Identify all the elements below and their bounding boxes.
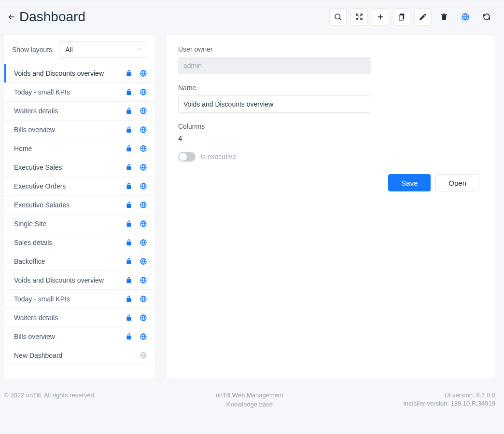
layout-item-label: Waiters details xyxy=(14,314,125,322)
layout-item-label: Sales details xyxy=(14,239,125,246)
layout-item[interactable]: Today - small KPIs xyxy=(4,290,155,309)
layout-item-icons xyxy=(125,88,147,96)
layout-item[interactable]: Today - small KPIs xyxy=(4,83,155,102)
layout-item[interactable]: Waiters details xyxy=(4,309,155,327)
globe-icon xyxy=(140,333,147,340)
add-button[interactable] xyxy=(372,8,389,26)
footer-copyright: © 2022 unTill. All rights reserved. xyxy=(4,392,96,399)
lock-icon xyxy=(125,182,133,190)
layout-item-label: Today - small KPIs xyxy=(14,295,125,303)
main-panel: User owner Name Columns 4 Is executive S… xyxy=(165,34,495,379)
open-button[interactable]: Open xyxy=(435,174,479,191)
copy-button[interactable] xyxy=(393,8,410,26)
layout-item[interactable]: Executive Sales xyxy=(4,158,155,177)
lock-icon xyxy=(125,126,133,134)
layout-item-icons xyxy=(125,258,147,265)
layout-list[interactable]: Voids and Discounts overviewToday - smal… xyxy=(4,64,155,379)
search-icon xyxy=(334,13,342,21)
layout-item-icons xyxy=(125,126,147,134)
layout-item-icons xyxy=(125,201,147,209)
layout-item[interactable]: Home xyxy=(4,139,155,158)
layout-item-icons xyxy=(125,163,147,171)
pencil-icon xyxy=(419,13,427,21)
layout-item-label: Executive Orders xyxy=(14,182,125,190)
fullscreen-button[interactable] xyxy=(350,8,368,26)
globe-icon xyxy=(140,239,147,246)
globe-button[interactable] xyxy=(457,8,474,26)
layout-item-label: New Dashboard xyxy=(14,352,140,359)
layout-item[interactable]: Executive Orders xyxy=(4,177,155,196)
trash-icon xyxy=(440,13,448,21)
layout-item[interactable]: Voids and Discounts overview xyxy=(4,271,155,290)
layout-item-icons xyxy=(125,239,147,246)
layout-item-label: Executive Sales xyxy=(14,163,125,171)
lock-icon xyxy=(125,69,133,77)
layout-item-label: Bills overview xyxy=(14,126,125,134)
save-button[interactable]: Save xyxy=(388,174,431,191)
is-executive-toggle[interactable] xyxy=(178,152,196,162)
footer-kb-link[interactable]: Knowledge base xyxy=(96,401,403,408)
globe-icon xyxy=(140,295,147,303)
lock-icon xyxy=(125,295,133,303)
toolbar xyxy=(329,8,495,26)
svg-line-1 xyxy=(339,18,341,20)
lock-icon xyxy=(125,333,133,340)
globe-icon xyxy=(140,182,147,190)
layout-item-label: Backoffice xyxy=(14,258,125,265)
layout-item-icons xyxy=(125,333,147,340)
refresh-button[interactable] xyxy=(478,8,495,26)
refresh-icon xyxy=(482,13,491,21)
layout-item-icons xyxy=(125,314,147,322)
svg-point-0 xyxy=(335,14,340,19)
name-input[interactable] xyxy=(178,95,371,113)
layout-item-icons xyxy=(125,182,147,190)
filter-select[interactable]: All xyxy=(59,41,147,58)
back-arrow-icon[interactable] xyxy=(7,12,16,22)
lock-icon xyxy=(125,201,133,209)
globe-icon xyxy=(140,276,147,284)
lock-icon xyxy=(125,258,133,265)
globe-icon xyxy=(140,145,147,152)
columns-value: 4 xyxy=(178,134,371,142)
lock-icon xyxy=(125,107,133,115)
layout-item[interactable]: Executive Salaries xyxy=(4,196,155,215)
globe-icon xyxy=(140,69,147,77)
layout-item[interactable]: Sales details xyxy=(4,233,155,252)
layout-item[interactable]: Waiters details xyxy=(4,102,155,121)
is-executive-label: Is executive xyxy=(200,153,236,161)
layout-item[interactable]: New Dashboard xyxy=(4,346,155,365)
columns-label: Columns xyxy=(178,122,371,130)
layout-item[interactable]: Backoffice xyxy=(4,252,155,271)
search-button[interactable] xyxy=(329,8,347,26)
globe-icon xyxy=(140,163,147,171)
delete-button[interactable] xyxy=(435,8,453,26)
layout-item-label: Executive Salaries xyxy=(14,201,125,209)
layout-item[interactable]: Bills overview xyxy=(4,327,155,346)
plus-icon xyxy=(376,13,385,21)
layout-item[interactable]: Single Site xyxy=(4,215,155,233)
layout-item-label: Waiters details xyxy=(14,107,125,115)
name-label: Name xyxy=(178,84,371,92)
globe-icon xyxy=(140,126,147,134)
fullscreen-icon xyxy=(355,13,364,21)
layout-item-label: Voids and Discounts overview xyxy=(14,276,125,284)
globe-icon xyxy=(140,220,147,228)
sidebar: Show layouts All Voids and Discounts ove… xyxy=(4,34,155,379)
lock-icon xyxy=(125,239,133,246)
svg-rect-5 xyxy=(399,15,403,20)
layout-item-icons xyxy=(125,295,147,303)
layout-item-icons xyxy=(125,276,147,284)
layout-item-icons xyxy=(125,69,147,77)
layout-item[interactable]: Bills overview xyxy=(4,121,155,139)
layout-item-icons xyxy=(125,145,147,152)
layout-item[interactable]: Voids and Discounts overview xyxy=(4,64,155,83)
edit-button[interactable] xyxy=(414,8,432,26)
layout-item-label: Today - small KPIs xyxy=(14,88,125,96)
layout-item-icons xyxy=(125,107,147,115)
sidebar-filter: Show layouts All xyxy=(4,35,155,64)
layout-item-label: Single Site xyxy=(14,220,125,228)
user-owner-input xyxy=(178,57,371,74)
globe-icon xyxy=(461,13,470,21)
content: Show layouts All Voids and Discounts ove… xyxy=(0,34,504,379)
lock-icon xyxy=(125,88,133,96)
